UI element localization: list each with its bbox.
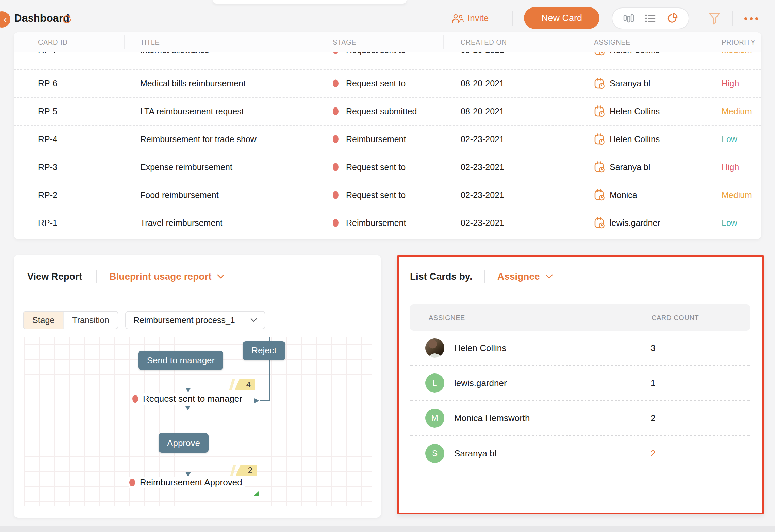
list-item[interactable]: SSaranya bl2 — [410, 436, 750, 471]
list-view-icon[interactable] — [645, 14, 656, 23]
cell-card-id: RP-1 — [38, 218, 57, 228]
stage-dot — [333, 135, 339, 143]
column-header: ASSIGNEE — [594, 38, 630, 46]
cell-stage: Reimbursement — [333, 134, 406, 144]
cell-assignee: Saranya bl — [594, 161, 650, 173]
refresh-icon[interactable] — [61, 13, 72, 24]
column-header: TITLE — [140, 38, 160, 46]
column-divider — [443, 35, 444, 49]
stage-request-sent-to-manager: Request sent to manager — [132, 393, 245, 405]
list-rows: Helen Collins3Llewis.gardner1MMonica Hem… — [410, 331, 750, 471]
tab-transition[interactable]: Transition — [64, 312, 118, 329]
list-column-assignee: ASSIGNEE — [429, 314, 465, 321]
report-type-value: Blueprint usage report — [109, 271, 211, 282]
table-row[interactable]: RP-3Expense reimbursementRequest sent to… — [14, 153, 761, 181]
header-divider — [732, 11, 733, 26]
table-row[interactable]: RP-1Travel reimbursementReimbursement02-… — [14, 209, 761, 236]
sprint-clipboard-icon — [594, 161, 606, 173]
title-divider — [484, 270, 485, 283]
flow-line — [188, 410, 188, 433]
cell-title: Food reimbursement — [140, 190, 219, 200]
view-toggle-group — [612, 7, 689, 29]
count-badge-sliver — [229, 379, 235, 390]
report-type-select[interactable]: Blueprint usage report — [109, 271, 224, 282]
avatar: M — [425, 409, 444, 428]
list-item[interactable]: MMonica Hemsworth2 — [410, 401, 750, 436]
group-by-select[interactable]: Assignee — [497, 271, 553, 282]
cell-stage: Request sent to — [333, 190, 406, 200]
card-count: 2 — [650, 448, 655, 459]
flow-line — [188, 453, 188, 473]
chart-view-icon[interactable] — [666, 13, 678, 24]
invite-label: Invite — [467, 13, 489, 23]
filter-icon[interactable] — [708, 12, 721, 25]
new-card-button[interactable]: New Card — [524, 7, 599, 29]
list-cards-panel: List Cards by. Assignee ASSIGNEE CARD CO… — [397, 255, 764, 514]
chevron-down-icon — [545, 274, 553, 279]
cell-card-id: RP-3 — [38, 162, 57, 172]
table-row[interactable]: RP-2Food reimbursementRequest sent to02-… — [14, 181, 761, 209]
group-by-value: Assignee — [497, 271, 540, 282]
cell-assignee: Monica — [594, 189, 637, 201]
invite-users-icon — [452, 14, 464, 23]
stage-dot — [333, 107, 339, 115]
cell-title: Medical bills reimbursement — [140, 79, 246, 88]
table-rows: RP-6Medical bills reimbursementRequest s… — [14, 69, 761, 236]
assignee-name: Saranya bl — [454, 448, 496, 459]
tab-stage[interactable]: Stage — [24, 312, 64, 329]
avatar: S — [425, 444, 444, 463]
cell-priority: Low — [722, 134, 737, 144]
cell-created-on: 02-23-2021 — [461, 218, 504, 228]
list-item[interactable]: Helen Collins3 — [410, 331, 750, 366]
flow-arrowhead — [185, 388, 191, 392]
flow-mini-arrow — [185, 406, 190, 410]
sprint-clipboard-icon — [594, 217, 606, 229]
sprint-clipboard-icon — [594, 77, 606, 89]
transition-send-to-manager: Send to manager — [138, 351, 223, 370]
cell-assignee: Helen Collins — [594, 105, 660, 117]
assignee-name: Monica Hemsworth — [454, 413, 530, 423]
cell-priority: High — [722, 162, 739, 172]
cell-priority: Medium — [722, 190, 752, 200]
cell-stage: Request sent to — [333, 162, 406, 172]
chevron-down-icon — [250, 318, 257, 322]
stage-dot — [132, 395, 138, 403]
cell-created-on: 08-20-2021 — [461, 106, 504, 116]
cell-card-id: RP-4 — [38, 134, 57, 144]
view-report-title: View Report — [27, 271, 82, 282]
list-cards-title: List Cards by. — [410, 271, 472, 282]
list-item[interactable]: Llewis.gardner1 — [410, 366, 750, 401]
cell-created-on: 02-23-2021 — [461, 190, 504, 200]
title-divider — [96, 270, 97, 283]
back-button[interactable]: ‹ — [0, 11, 10, 28]
board-view-icon[interactable] — [623, 13, 634, 23]
column-header: CREATED ON — [461, 38, 507, 46]
header-divider — [697, 11, 697, 26]
stage-transition-tabs: StageTransition — [23, 311, 118, 329]
table-row[interactable]: RP-4Reimbursement for trade showReimburs… — [14, 125, 761, 153]
transition-reject: Reject — [243, 341, 285, 360]
flow-connector-icon — [254, 398, 259, 403]
process-select[interactable]: Reimbursement process_1 — [125, 311, 265, 329]
cell-assignee: lewis.gardner — [594, 217, 660, 229]
column-divider — [706, 35, 706, 49]
cell-assignee: Helen Collins — [594, 133, 660, 145]
column-header: STAGE — [333, 38, 356, 46]
stage-dot — [333, 80, 339, 87]
cell-priority: Low — [722, 218, 737, 228]
avatar — [425, 338, 444, 358]
more-options-button[interactable] — [744, 17, 758, 20]
stage-dot — [333, 219, 339, 227]
chevron-down-icon — [217, 274, 225, 279]
sprint-clipboard-icon — [594, 105, 606, 117]
card-count: 1 — [650, 378, 655, 388]
header-divider — [512, 11, 513, 26]
cell-stage: Request sent to — [333, 79, 406, 88]
stage-dot — [333, 163, 339, 171]
transition-approve: Approve — [159, 433, 209, 453]
table-row[interactable]: RP-6Medical bills reimbursementRequest s… — [14, 69, 761, 97]
table-row[interactable]: RP-5LTA reimbursement requestRequest sub… — [14, 97, 761, 125]
cell-stage: Request submitted — [333, 106, 417, 116]
invite-button[interactable]: Invite — [452, 13, 489, 23]
cell-created-on: 08-20-2021 — [461, 79, 504, 88]
